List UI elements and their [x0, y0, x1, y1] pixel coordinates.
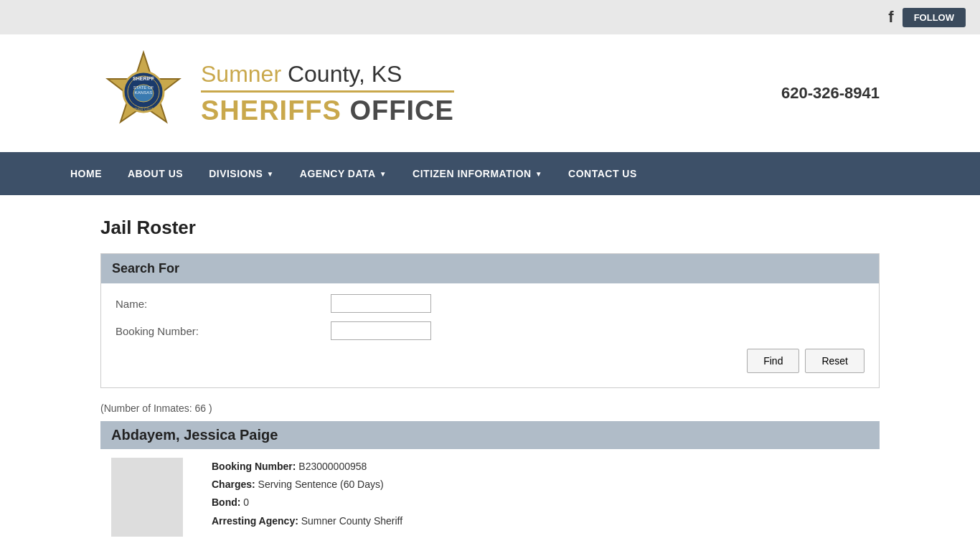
follow-button[interactable]: FOLLOW — [903, 8, 966, 27]
svg-text:STATE OF: STATE OF — [133, 85, 154, 90]
reset-button[interactable]: Reset — [805, 349, 864, 373]
arresting-value: Sumner County Sheriff — [301, 515, 402, 527]
charges-value: Serving Sentence (60 Days) — [258, 479, 384, 490]
booking-number-input[interactable] — [331, 321, 431, 340]
page-title: Jail Roster — [100, 217, 880, 239]
facebook-icon[interactable]: f — [888, 8, 893, 27]
find-button[interactable]: Find — [747, 349, 799, 373]
nav-contact-us[interactable]: CONTACT US — [555, 152, 650, 195]
inmate-count: (Number of Inmates: 66 ) — [100, 402, 880, 414]
nav-about-us[interactable]: ABOUT US — [115, 152, 196, 195]
inmate-entry: Abdayem, Jessica Paige Booking Number: B… — [100, 421, 880, 545]
inmate-booking-number: Booking Number: B23000000958 — [212, 458, 402, 476]
svg-text:SHERIFF: SHERIFF — [133, 76, 155, 81]
search-buttons: Find Reset — [116, 349, 864, 373]
header: SHERIFF SUMNER COUNTY STATE OF KANSAS Su… — [0, 34, 980, 152]
svg-text:SUMNER COUNTY: SUMNER COUNTY — [128, 107, 160, 111]
sheriff-badge: SHERIFF SUMNER COUNTY STATE OF KANSAS — [100, 49, 187, 138]
booking-label: Booking Number: — [116, 325, 331, 337]
nav-divisions[interactable]: DIVISIONS ▼ — [196, 152, 287, 195]
inmate-details: Booking Number: B23000000958 Charges: Se… — [100, 449, 880, 545]
inmate-name-bar: Abdayem, Jessica Paige — [100, 421, 880, 449]
booking-search-row: Booking Number: — [116, 321, 864, 340]
citizen-info-chevron: ▼ — [535, 170, 542, 178]
top-bar: f FOLLOW — [0, 0, 980, 34]
search-header: Search For — [101, 254, 879, 283]
nav-home[interactable]: HOME — [57, 152, 115, 195]
name-search-row: Name: — [116, 294, 864, 313]
inmate-photo — [111, 458, 183, 537]
agency-data-chevron: ▼ — [380, 170, 387, 178]
nav-citizen-info[interactable]: CITIZEN INFORMATION ▼ — [400, 152, 555, 195]
header-title: Sumner County, KS SHERIFFS OFFICE — [201, 61, 454, 126]
inmate-arresting-agency: Arresting Agency: Sumner County Sheriff — [212, 512, 402, 530]
title-line1: Sumner County, KS — [201, 61, 454, 88]
divisions-chevron: ▼ — [266, 170, 273, 178]
svg-text:KANSAS: KANSAS — [135, 90, 152, 95]
name-label: Name: — [116, 298, 331, 310]
nav-agency-data[interactable]: AGENCY DATA ▼ — [287, 152, 400, 195]
inmate-info: Booking Number: B23000000958 Charges: Se… — [212, 458, 402, 537]
booking-number-value: B23000000958 — [298, 461, 367, 472]
inmate-charges: Charges: Serving Sentence (60 Days) — [212, 476, 402, 494]
nav-bar: HOME ABOUT US DIVISIONS ▼ AGENCY DATA ▼ … — [0, 152, 980, 195]
bond-value: 0 — [243, 496, 249, 508]
search-body: Name: Booking Number: Find Reset — [101, 283, 879, 387]
header-left: SHERIFF SUMNER COUNTY STATE OF KANSAS Su… — [100, 49, 454, 138]
title-line2: SHERIFFS OFFICE — [201, 95, 454, 126]
title-sumner: Sumner — [201, 61, 281, 87]
name-input[interactable] — [331, 294, 431, 313]
main-content: Jail Roster Search For Name: Booking Num… — [0, 195, 980, 551]
title-separator — [201, 90, 454, 93]
search-section: Search For Name: Booking Number: Find Re… — [100, 253, 880, 388]
inmate-bond: Bond: 0 — [212, 494, 402, 512]
title-county-ks: County, KS — [288, 61, 402, 87]
header-phone: 620-326-8941 — [781, 84, 880, 103]
